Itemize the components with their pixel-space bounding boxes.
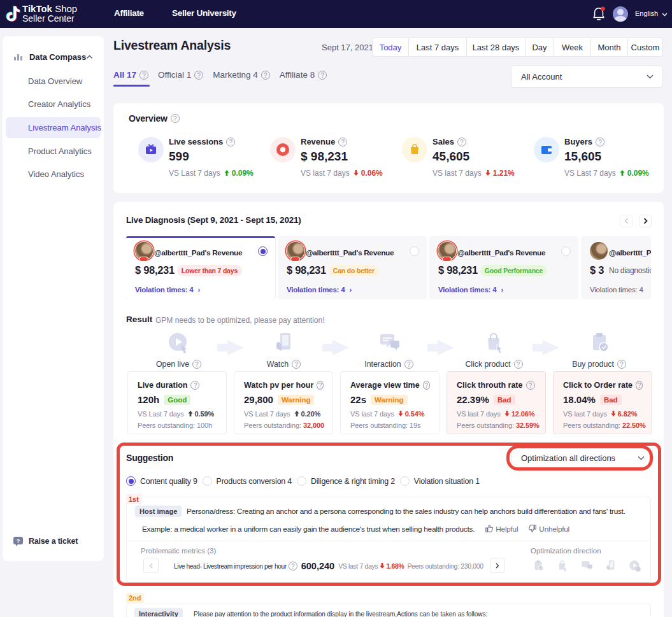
- svg-text:?: ?: [17, 538, 20, 544]
